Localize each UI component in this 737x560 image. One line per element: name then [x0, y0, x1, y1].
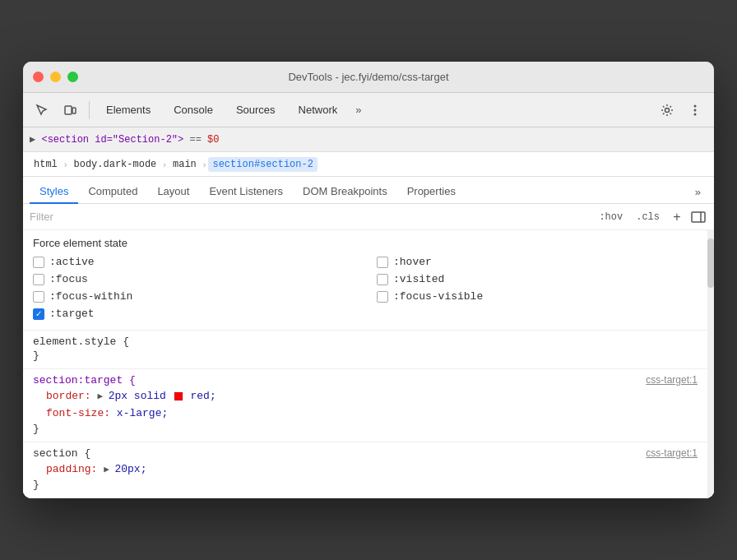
more-options-button[interactable] — [683, 99, 707, 122]
styles-panel: :hov .cls + Force element state — [23, 204, 714, 498]
add-style-button[interactable]: + — [668, 208, 686, 226]
state-active-checkbox[interactable] — [33, 257, 44, 268]
panel-tabs: Styles Computed Layout Event Listeners D… — [23, 177, 714, 204]
force-element-state-section: Force element state :active :hover — [23, 230, 714, 331]
window-title: DevTools - jec.fyi/demo/css-target — [288, 71, 448, 83]
state-hover[interactable]: :hover — [377, 256, 704, 268]
css-prop-value-font-size: x-large; — [117, 407, 168, 419]
device-icon — [63, 104, 76, 117]
close-button[interactable] — [33, 72, 44, 82]
main-toolbar: Elements Console Sources Network » — [23, 93, 714, 127]
breadcrumb-items: html › body.dark-mode › main › section#s… — [30, 157, 318, 172]
state-focus-visible-checkbox[interactable] — [377, 291, 388, 303]
network-tab[interactable]: Network — [289, 100, 348, 119]
css-prop-name-font-size: font-size: — [46, 407, 110, 419]
css-prop-color-name: red; — [190, 390, 216, 402]
devtools-body: ▶ <section id="Section-2"> == $0 html › … — [23, 127, 714, 498]
dom-node-label: ▶ <section id="Section-2"> == $0 — [30, 133, 222, 146]
devtools-window: DevTools - jec.fyi/demo/css-target Eleme… — [23, 62, 714, 498]
svg-point-3 — [694, 104, 697, 107]
tab-styles[interactable]: Styles — [30, 180, 78, 204]
tab-properties[interactable]: Properties — [397, 180, 466, 204]
more-tabs-button[interactable]: » — [350, 100, 366, 119]
state-focus-checkbox[interactable] — [33, 274, 44, 285]
state-hover-checkbox[interactable] — [377, 257, 388, 268]
css-close-brace-1: } — [33, 423, 704, 435]
arrow-icon: ▶ — [30, 134, 35, 146]
filter-input[interactable] — [30, 211, 591, 223]
state-target[interactable]: :target — [33, 308, 360, 320]
force-state-title: Force element state — [33, 237, 704, 249]
css-source-link-2[interactable]: css-target:1 — [646, 447, 698, 459]
css-source-link-1[interactable]: css-target:1 — [646, 374, 698, 386]
css-prop-arrow-border[interactable]: ▶ — [97, 391, 108, 401]
css-rule-section-target: css-target:1 section:target { border: ▶ … — [23, 369, 714, 442]
cursor-icon — [35, 104, 49, 117]
tab-event-listeners[interactable]: Event Listeners — [199, 180, 293, 204]
breadcrumb-main[interactable]: main — [169, 157, 201, 172]
css-selector-section: section { — [33, 447, 704, 460]
css-prop-arrow-padding[interactable]: ▶ — [104, 465, 114, 474]
state-focus-within[interactable]: :focus-within — [33, 290, 360, 303]
force-state-grid: :active :hover :focus :visited — [33, 256, 704, 320]
sidebar-toggle-button[interactable] — [689, 208, 707, 226]
scrollbar-thumb[interactable] — [707, 238, 714, 288]
state-active[interactable]: :active — [33, 256, 360, 268]
settings-button[interactable] — [655, 99, 679, 122]
css-close-brace-2: } — [33, 479, 704, 491]
element-tag: <section id="Section-2"> — [41, 134, 183, 146]
css-rule-element-style: element.style { } — [23, 331, 714, 369]
elements-tab[interactable]: Elements — [96, 100, 160, 119]
state-focus-within-checkbox[interactable] — [33, 291, 44, 303]
breadcrumb-bar: ▶ <section id="Section-2"> == $0 — [23, 127, 714, 152]
sidebar-icon — [691, 211, 706, 223]
state-focus[interactable]: :focus — [33, 273, 360, 285]
hov-button[interactable]: :hov — [594, 210, 628, 224]
titlebar-buttons — [33, 72, 78, 82]
css-property-border: border: ▶ 2px solid red; — [33, 388, 704, 405]
inspect-element-button[interactable] — [30, 99, 54, 122]
css-rule-section: css-target:1 section { padding: ▶ 20px; … — [23, 442, 714, 498]
gear-icon — [661, 104, 674, 117]
css-prop-value-padding: 20px; — [114, 463, 146, 475]
filter-bar: :hov .cls + — [23, 204, 714, 230]
tab-layout[interactable]: Layout — [147, 180, 199, 204]
css-prop-name-border: border: — [46, 390, 91, 402]
dots-vertical-icon — [688, 104, 702, 117]
more-panels-button[interactable]: » — [688, 181, 707, 203]
color-swatch-red[interactable] — [174, 392, 183, 400]
svg-point-2 — [665, 108, 670, 112]
cls-button[interactable]: .cls — [631, 210, 665, 224]
maximize-button[interactable] — [67, 72, 78, 82]
state-focus-visible[interactable]: :focus-visible — [377, 290, 704, 303]
scrollbar-track[interactable] — [707, 230, 714, 498]
breadcrumb-body[interactable]: body.dark-mode — [69, 157, 160, 172]
state-visited[interactable]: :visited — [377, 273, 704, 285]
styles-content: Force element state :active :hover — [23, 230, 714, 498]
css-selector-section-target: section:target { — [33, 374, 704, 386]
dollar-sign: $0 — [207, 134, 219, 146]
state-target-checkbox[interactable] — [33, 308, 44, 320]
svg-rect-1 — [72, 108, 76, 113]
console-tab[interactable]: Console — [164, 100, 223, 119]
svg-point-5 — [694, 113, 697, 115]
css-prop-value-border: 2px solid — [109, 390, 173, 402]
svg-rect-0 — [65, 106, 72, 114]
tab-computed[interactable]: Computed — [78, 180, 147, 204]
toolbar-right — [655, 99, 707, 122]
device-toolbar-button[interactable] — [58, 99, 82, 122]
css-close-brace-0: } — [33, 349, 704, 362]
sources-tab[interactable]: Sources — [226, 100, 285, 119]
css-property-font-size: font-size: x-large; — [33, 405, 704, 423]
breadcrumb-path: html › body.dark-mode › main › section#s… — [23, 152, 714, 177]
css-property-padding: padding: ▶ 20px; — [33, 461, 704, 479]
tab-dom-breakpoints[interactable]: DOM Breakpoints — [293, 180, 397, 204]
titlebar: DevTools - jec.fyi/demo/css-target — [23, 62, 714, 93]
css-prop-name-padding: padding: — [46, 463, 97, 475]
minimize-button[interactable] — [50, 72, 61, 82]
equals-sign: == — [189, 134, 207, 146]
breadcrumb-section[interactable]: section#section-2 — [208, 157, 317, 172]
svg-rect-6 — [692, 212, 705, 222]
breadcrumb-html[interactable]: html — [30, 157, 62, 172]
state-visited-checkbox[interactable] — [377, 274, 388, 285]
